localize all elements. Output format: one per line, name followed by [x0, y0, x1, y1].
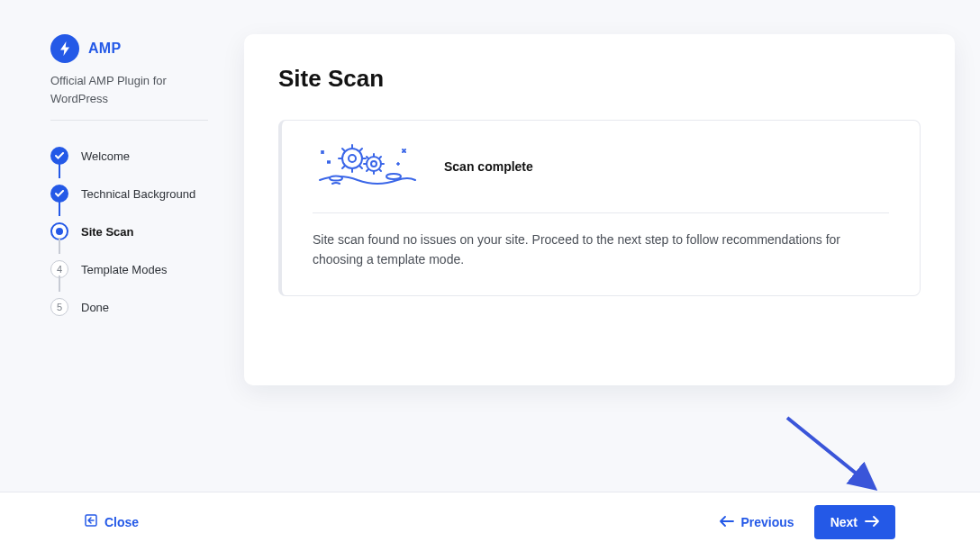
scan-result-text: Site scan found no issues on your site. … [313, 230, 889, 270]
page-title: Site Scan [278, 65, 921, 93]
close-label: Close [104, 515, 139, 529]
arrow-right-icon [865, 515, 879, 529]
svg-line-7 [787, 418, 872, 486]
svg-point-0 [386, 174, 401, 179]
next-button[interactable]: Next [814, 505, 895, 539]
annotation-arrow-icon [782, 412, 890, 502]
previous-button[interactable]: Previous [720, 515, 794, 529]
arrow-left-icon [720, 515, 734, 529]
step-label: Welcome [81, 149, 130, 163]
brand-name: AMP [88, 41, 121, 57]
active-dot-icon [50, 222, 68, 240]
step-welcome[interactable]: Welcome [50, 137, 208, 175]
check-icon [50, 147, 68, 165]
scan-result-card: Scan complete Site scan found no issues … [278, 120, 921, 296]
close-button[interactable]: Close [85, 514, 139, 529]
brand: AMP [50, 34, 208, 63]
step-template-modes[interactable]: 4 Template Modes [50, 250, 208, 288]
step-label: Technical Background [81, 187, 195, 201]
scan-card-header: Scan complete [313, 140, 889, 213]
gears-illustration-icon [313, 140, 419, 193]
step-label: Template Modes [81, 263, 167, 276]
step-site-scan[interactable]: Site Scan [50, 212, 208, 250]
sidebar: AMP Official AMP Plugin for WordPress We… [50, 34, 208, 385]
scan-status-label: Scan complete [444, 159, 533, 174]
next-label: Next [830, 515, 858, 529]
step-number: 5 [50, 298, 68, 316]
content-panel: Site Scan [244, 34, 955, 385]
check-icon [50, 185, 68, 203]
step-label: Done [81, 301, 109, 314]
amp-logo-icon [50, 34, 79, 63]
previous-label: Previous [741, 515, 794, 529]
step-done[interactable]: 5 Done [50, 288, 208, 326]
wizard-footer: Close Previous Next [0, 492, 980, 551]
step-label: Site Scan [81, 225, 134, 239]
svg-point-1 [330, 176, 342, 180]
close-icon [85, 514, 97, 529]
wizard-steps: Welcome Technical Background Site Scan 4… [50, 137, 208, 326]
step-technical-background[interactable]: Technical Background [50, 175, 208, 212]
brand-subtitle: Official AMP Plugin for WordPress [50, 72, 208, 121]
step-number: 4 [50, 260, 68, 278]
